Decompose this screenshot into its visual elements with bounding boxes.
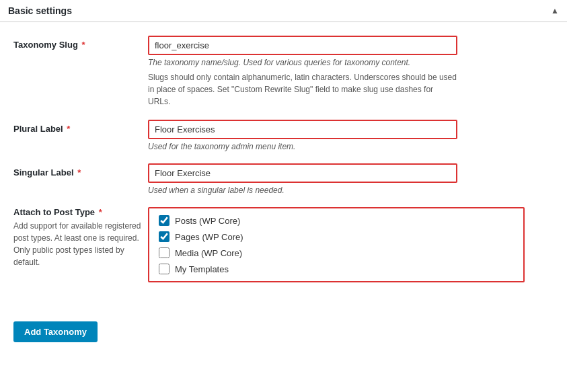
- checkbox-label-2: Media (WP Core): [175, 248, 242, 258]
- attach-post-type-label-col: Attach to Post Type * Add support for av…: [13, 207, 148, 268]
- plural-label-label-col: Plural Label *: [13, 120, 148, 134]
- add-taxonomy-button[interactable]: Add Taxonomy: [13, 321, 98, 342]
- taxonomy-slug-label: Taxonomy Slug: [13, 40, 78, 50]
- plural-label-input[interactable]: [148, 120, 457, 139]
- singular-label-input[interactable]: [148, 163, 457, 183]
- singular-label-row: Singular Label * Used when a singular la…: [13, 163, 554, 195]
- checkbox-2[interactable]: [159, 247, 169, 258]
- taxonomy-slug-input[interactable]: [148, 36, 457, 55]
- checkbox-label-1: Pages (WP Core): [175, 232, 243, 242]
- checkbox-item: My Templates: [159, 264, 514, 274]
- taxonomy-slug-label-col: Taxonomy Slug *: [13, 36, 148, 50]
- checkbox-item: Posts (WP Core): [159, 215, 514, 226]
- singular-label-required: *: [75, 167, 81, 178]
- checkbox-item: Pages (WP Core): [159, 231, 514, 242]
- page-wrapper: Basic settings ▲ Taxonomy Slug * The tax…: [0, 0, 567, 392]
- attach-post-type-row: Attach to Post Type * Add support for av…: [13, 207, 554, 282]
- plural-label-required: *: [65, 124, 71, 134]
- checkbox-label-3: My Templates: [175, 264, 229, 274]
- taxonomy-slug-desc2: Slugs should only contain alphanumeric, …: [148, 71, 457, 108]
- attach-post-type-label: Attach to Post Type *: [13, 207, 148, 217]
- checkbox-1[interactable]: [159, 231, 169, 242]
- singular-label-label-col: Singular Label *: [13, 163, 148, 178]
- plural-label-label: Plural Label: [13, 124, 63, 134]
- plural-label-desc: Used for the taxonomy admin menu item.: [148, 142, 457, 151]
- singular-label-label: Singular Label: [13, 167, 74, 178]
- checkbox-item: Media (WP Core): [159, 247, 514, 258]
- plural-label-row: Plural Label * Used for the taxonomy adm…: [13, 120, 554, 151]
- checkbox-0[interactable]: [159, 215, 169, 226]
- collapse-icon[interactable]: ▲: [551, 6, 559, 15]
- singular-label-desc: Used when a singular label is needed.: [148, 186, 457, 195]
- taxonomy-slug-required: *: [79, 40, 85, 50]
- checkbox-3[interactable]: [159, 264, 169, 274]
- section-title: Basic settings: [8, 5, 72, 16]
- plural-label-field-col: Used for the taxonomy admin menu item.: [148, 120, 554, 151]
- taxonomy-slug-row: Taxonomy Slug * The taxonomy name/slug. …: [13, 36, 554, 108]
- section-header: Basic settings ▲: [0, 0, 567, 22]
- taxonomy-slug-desc1: The taxonomy name/slug. Used for various…: [148, 58, 457, 67]
- singular-label-field-col: Used when a singular label is needed.: [148, 163, 554, 195]
- form-content: Taxonomy Slug * The taxonomy name/slug. …: [0, 22, 567, 308]
- checkbox-label-0: Posts (WP Core): [175, 216, 240, 226]
- checkbox-box: Posts (WP Core)Pages (WP Core)Media (WP …: [148, 207, 525, 282]
- attach-post-type-desc: Add support for available registered pos…: [13, 220, 148, 268]
- taxonomy-slug-field-col: The taxonomy name/slug. Used for various…: [148, 36, 554, 108]
- attach-post-type-field-col: Posts (WP Core)Pages (WP Core)Media (WP …: [148, 207, 554, 282]
